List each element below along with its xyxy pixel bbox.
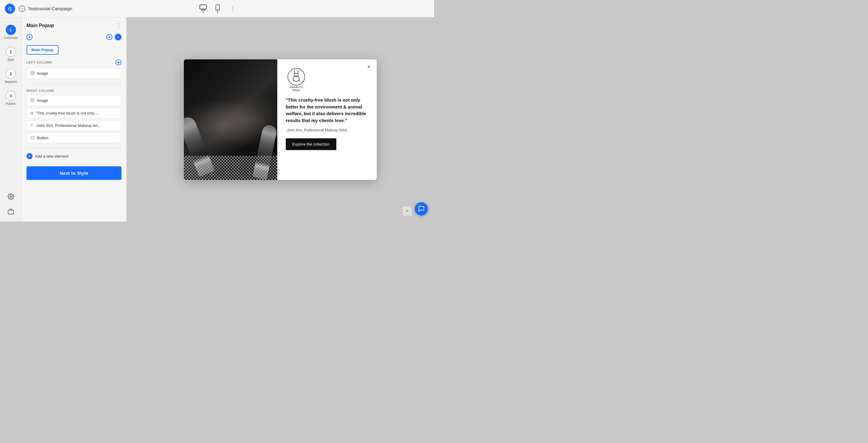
svg-rect-12 (31, 136, 35, 139)
modal-author-text: -John Kim, Professional Makeup Artist. (286, 128, 368, 132)
svg-rect-7 (8, 210, 13, 214)
device-switcher: ⋮ (198, 3, 236, 14)
add-element-label: Add a new element (35, 154, 68, 159)
settings-button[interactable] (6, 191, 16, 201)
panel-title: Main Popup (27, 23, 54, 28)
user-icon-button[interactable] (6, 207, 16, 217)
canvas-area: × CRUELTY (127, 18, 434, 222)
left-column-section-label: LEFT COLUMN (27, 59, 121, 65)
scroll-up-button[interactable] (403, 207, 412, 216)
step-3-segment[interactable]: 3 Segment (0, 66, 22, 86)
header-more-button[interactable]: ⋮ (230, 5, 236, 12)
step-1-circle: 1 (6, 25, 16, 35)
right-column-section-label: RIGHT COLUMN (27, 89, 121, 93)
svg-point-11 (32, 99, 32, 100)
globe-icon (19, 5, 25, 12)
right-button-label: Button (37, 136, 49, 140)
right-button-element[interactable]: Button (27, 133, 121, 143)
header: Q Testimonial Campaign ⋮ (0, 0, 434, 18)
svg-point-9 (32, 72, 32, 73)
step-2-label: Style (7, 58, 14, 61)
panel-menu-button[interactable]: ⋮ (116, 22, 121, 29)
right-heading-label: "This cruelty-free blush is not only ... (36, 111, 98, 116)
chat-button[interactable] (415, 202, 428, 216)
panel-header-actions: ⋮ (116, 22, 121, 29)
step-1-customize[interactable]: 1 Customize (0, 22, 22, 42)
app-logo: Q (5, 4, 15, 14)
step-4-label: Publish (6, 102, 16, 105)
panel-divider-2 (27, 148, 121, 148)
svg-point-15 (294, 73, 299, 77)
add-element-plus-icon: + (27, 153, 33, 159)
modal-close-button[interactable]: × (365, 64, 373, 71)
panel-add-button[interactable]: + (115, 34, 121, 40)
steps-sidebar: 1 Customize 2 Style 3 Segment 4 Publish (0, 18, 22, 222)
panel-divider-1 (27, 84, 121, 84)
heading-icon: H (30, 111, 33, 116)
sidebar-bottom-area (6, 191, 16, 222)
cruelty-free-text: CRUELTY FREE (290, 86, 303, 92)
text-icon: T (30, 123, 33, 128)
left-image-element[interactable]: Image (27, 68, 121, 79)
mobile-device-button[interactable] (213, 3, 222, 14)
left-image-label: Image (37, 71, 48, 76)
right-image-label: Image (37, 98, 48, 103)
step-4-publish[interactable]: 4 Publish (0, 88, 22, 108)
step-2-circle: 2 (6, 47, 16, 57)
desktop-device-button[interactable] (198, 3, 208, 14)
cruelty-free-logo: CRUELTY FREE (286, 68, 307, 92)
modal-left-column (184, 59, 277, 180)
panel-header: Main Popup ⋮ (27, 22, 121, 29)
add-target-icon (106, 34, 113, 40)
checker-pattern (184, 156, 277, 180)
right-text-label: -John Kim, Professional Makeup Art... (35, 123, 101, 128)
modal-cta-button[interactable]: Explore the collection (286, 138, 336, 150)
target-icon (27, 34, 33, 40)
next-to-style-button[interactable]: Next to Style (27, 166, 121, 180)
step-4-circle: 4 (6, 91, 16, 101)
modal-right-column: × CRUELTY (277, 59, 377, 180)
step-2-style[interactable]: 2 Style (0, 44, 22, 64)
right-image-icon (30, 98, 35, 103)
button-element-icon (30, 136, 35, 140)
image-icon (30, 71, 35, 76)
svg-point-6 (10, 196, 12, 197)
right-image-element[interactable]: Image (27, 95, 121, 106)
cruelty-free-svg (287, 68, 305, 86)
step-1-label: Customize (4, 36, 18, 39)
right-text-element[interactable]: T -John Kim, Professional Makeup Art... (27, 120, 121, 131)
right-heading-element[interactable]: H "This cruelty-free blush is not only .… (27, 108, 121, 119)
customize-panel: Main Popup ⋮ + Main Popup LEFT COLUMN Im… (22, 18, 127, 222)
modal-preview: × CRUELTY (184, 59, 377, 180)
add-element-button[interactable]: + Add a new element (27, 153, 121, 159)
svg-rect-0 (200, 5, 207, 9)
step-3-circle: 3 (6, 69, 16, 79)
step-3-label: Segment (4, 80, 17, 84)
modal-quote-text: "This cruelty-free blush is not only bet… (286, 97, 368, 124)
main-popup-tab[interactable]: Main Popup (27, 45, 59, 55)
left-column-target-icon (116, 59, 121, 65)
